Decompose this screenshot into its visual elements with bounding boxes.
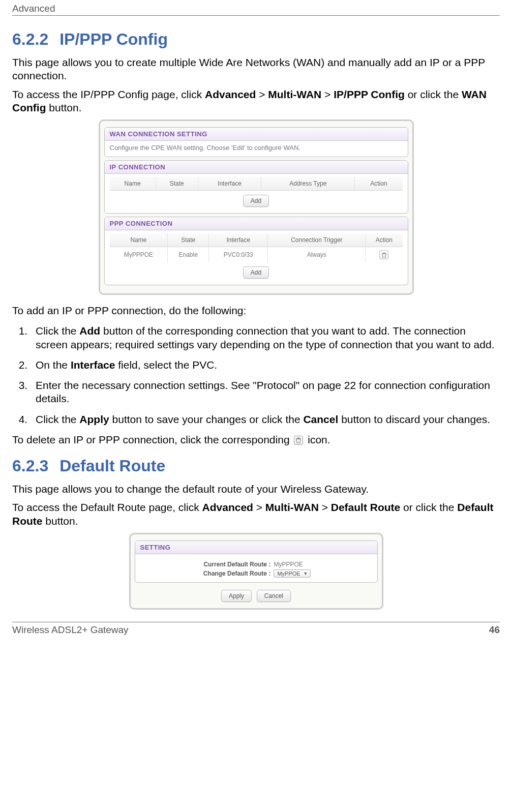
ppp-row-trig: Always [268, 247, 366, 263]
section-623-p2: To access the Default Route page, click … [12, 501, 500, 528]
wan-connection-setting-box: WAN CONNECTION SETTING Configure the CPE… [104, 127, 408, 157]
section-622-num: 6.2.2 [12, 30, 48, 48]
delete-connection-line: To delete an IP or PPP connection, click… [12, 433, 500, 446]
trash-icon [294, 436, 303, 445]
ppp-add-button[interactable]: Add [243, 266, 269, 279]
default-route-screenshot: SETTING Current Default Route : MyPPPOE … [129, 533, 383, 610]
ip-connection-box: IP CONNECTION Name State Interface Addre… [104, 160, 408, 214]
step-1: Click the Add button of the correspondin… [31, 324, 500, 351]
section-622-p1: This page allows you to create multiple … [12, 56, 500, 83]
ip-col-addrtype: Address Type [261, 177, 355, 191]
change-default-route-select[interactable]: MyPPOE ▼ [274, 569, 310, 578]
ppp-col-interface: Interface [208, 233, 267, 247]
current-default-route-value: MyPPPOE [274, 561, 367, 568]
ip-box-header: IP CONNECTION [105, 161, 408, 174]
add-connection-intro: To add an IP or PPP connection, do the f… [12, 304, 500, 317]
step-3: Enter the necessary connection settings.… [31, 379, 500, 406]
section-622-title: 6.2.2IP/PPP Config [12, 30, 500, 49]
ip-col-action: Action [355, 177, 403, 191]
ppp-connection-box: PPP CONNECTION Name State Interface Conn… [104, 217, 408, 285]
ppp-box-header: PPP CONNECTION [105, 217, 408, 230]
cancel-button[interactable]: Cancel [257, 590, 291, 602]
setting-box: SETTING Current Default Route : MyPPPOE … [135, 540, 378, 583]
section-623-num: 6.2.3 [12, 457, 48, 475]
change-default-route-row: Change Default Route : MyPPOE ▼ [145, 569, 367, 578]
ppp-connection-table: Name State Interface Connection Trigger … [110, 233, 403, 262]
ppp-col-conntrigger: Connection Trigger [268, 233, 366, 247]
steps-list: Click the Add button of the correspondin… [31, 324, 500, 426]
wan-box-header: WAN CONNECTION SETTING [105, 128, 408, 141]
ip-connection-table: Name State Interface Address Type Action [110, 177, 403, 191]
footer-left: Wireless ADSL2+ Gateway [12, 624, 129, 636]
chevron-down-icon: ▼ [304, 571, 308, 576]
apply-button[interactable]: Apply [221, 590, 252, 602]
header-left: Advanced [12, 3, 55, 14]
section-623-title: 6.2.3Default Route [12, 457, 500, 475]
step-4: Click the Apply button to save your chan… [31, 413, 500, 426]
ppp-row-iface: PVC0:0/33 [208, 247, 267, 263]
section-622-p2: To access the IP/PPP Config page, click … [12, 88, 500, 115]
ppp-row-state: Enable [168, 247, 209, 263]
ip-col-name: Name [110, 177, 156, 191]
wan-settings-screenshot: WAN CONNECTION SETTING Configure the CPE… [99, 119, 414, 295]
section-622-name: IP/PPP Config [59, 30, 168, 48]
current-default-route-label: Current Default Route : [145, 561, 274, 568]
ip-add-button[interactable]: Add [243, 195, 269, 207]
page-header: Advanced [12, 0, 500, 16]
section-623-name: Default Route [59, 457, 165, 475]
change-default-route-label: Change Default Route : [145, 570, 274, 577]
select-value: MyPPOE [277, 570, 300, 577]
ip-col-interface: Interface [198, 177, 261, 191]
step-2: On the Interface field, select the PVC. [31, 358, 500, 372]
ppp-col-action: Action [366, 233, 403, 247]
current-default-route-row: Current Default Route : MyPPPOE [145, 561, 367, 568]
ppp-row-name: MyPPPOE [110, 247, 168, 263]
page-footer: Wireless ADSL2+ Gateway 46 [12, 622, 500, 636]
ip-col-state: State [156, 177, 198, 191]
ppp-col-name: Name [110, 233, 168, 247]
section-623-p1: This page allows you to change the defau… [12, 483, 500, 496]
ppp-col-state: State [168, 233, 209, 247]
footer-page-number: 46 [489, 624, 500, 636]
setting-box-header: SETTING [135, 541, 377, 554]
table-row: MyPPPOE Enable PVC0:0/33 Always [110, 247, 403, 263]
wan-box-subtitle: Configure the CPE WAN setting. Choose 'E… [105, 141, 408, 157]
trash-icon[interactable] [379, 250, 388, 259]
